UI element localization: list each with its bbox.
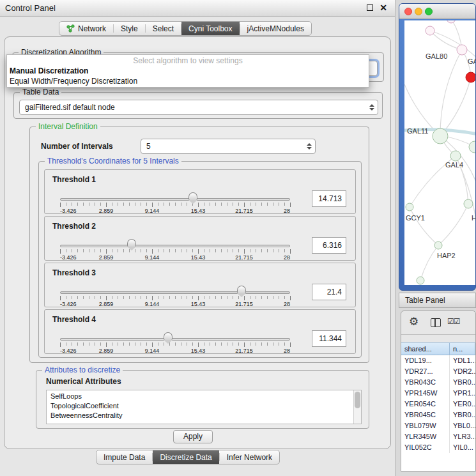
table-row[interactable]: YLR345WYLR3... [401,431,475,442]
table-cell: YPR145W [401,388,450,399]
table-rows: YDL19...YDL1...YDR27...YDR2...YBR043CYBR… [401,355,475,471]
network-node[interactable] [433,128,448,144]
tab-jactivemnodules[interactable]: jActiveMNodules [240,22,311,35]
control-panel-titlebar[interactable]: Control Panel ✕ [0,0,395,17]
table-row[interactable]: YIL052CYIL0... [401,442,475,453]
slider-thumb[interactable] [237,286,246,293]
attributes-items: SelfLoopsTopologicalCoefficientBetweenne… [47,390,361,420]
attribute-item[interactable]: SelfLoops [47,392,361,401]
tick-label: 15.43 [191,208,206,214]
network-node[interactable] [469,141,475,153]
tick-label: -3.426 [60,301,77,307]
table-row[interactable]: YBR043CYBR0... [401,377,475,388]
close-icon[interactable]: ✕ [380,4,387,11]
network-node-label: HAP2 [437,252,456,259]
network-node-label: GCY1 [406,214,425,222]
attributes-scrollbar[interactable] [353,390,361,424]
tick-label: 28 [284,348,290,354]
threshold-label: Threshold 4 [52,315,96,324]
stepper-icon[interactable] [307,143,312,150]
attributes-listbox[interactable]: SelfLoopsTopologicalCoefficientBetweenne… [46,390,362,424]
tick-label: 21.715 [235,208,253,214]
table-row[interactable]: YDR27...YDR2... [401,366,475,377]
tab-select[interactable]: Select [146,22,181,35]
apply-button[interactable]: Apply [173,430,213,443]
attribute-item[interactable]: TopologicalCoefficient [47,401,361,411]
algorithm-options: Manual DiscretizationEqual Width/Frequen… [10,66,366,86]
algorithm-dropdown-popup: Select algorithm to view settings Manual… [6,54,369,88]
column-header[interactable]: shared... [401,342,450,355]
tab-impute-data[interactable]: Impute Data [96,450,152,464]
table-row[interactable]: YPR145WYPR1... [401,388,475,399]
tick-label: 9.144 [145,348,160,354]
table-cell: YDR2... [450,366,475,377]
threshold-slider[interactable]: -3.4262.8599.14415.4321.71528 [60,333,290,353]
gear-icon[interactable]: ⚙ [409,315,418,328]
threshold-value[interactable]: 6.316 [312,237,346,254]
table-panel-header[interactable]: Table Panel [399,293,476,308]
table-cell: YDL1... [450,355,475,366]
slider-track[interactable] [60,338,290,341]
table-cell: YBR045C [401,410,450,420]
float-window-icon[interactable] [367,4,373,11]
tick-label: 21.715 [235,301,253,307]
attribute-item[interactable]: BetweennessCentrality [47,411,361,420]
checkbox-icons[interactable]: ☑☑ [447,317,460,326]
slider-track[interactable] [60,291,290,294]
network-node[interactable] [450,151,461,161]
column-header[interactable]: n... [450,342,475,355]
threshold-value[interactable]: 11.344 [312,330,346,347]
zoom-traffic-light[interactable] [425,8,433,15]
table-row[interactable]: YBR045CYBR0... [401,410,475,420]
network-edge [430,31,462,50]
algorithm-option[interactable]: Equal Width/Frequency Discretization [10,76,366,86]
network-edge [438,204,468,245]
slider-thumb[interactable] [127,239,136,247]
minimize-traffic-light[interactable] [415,8,422,15]
columns-icon[interactable] [431,318,441,327]
algorithm-option[interactable]: Manual Discretization [10,66,366,76]
network-node[interactable] [417,277,424,284]
threshold-value[interactable]: 21.4 [312,284,346,300]
tab-network[interactable]: Network [59,22,113,35]
interval-definition-group: Interval Definition Number of Intervals … [29,127,369,363]
number-of-intervals-combobox[interactable]: 5 [141,139,316,154]
network-node[interactable] [406,203,413,211]
slider-ticks [60,203,290,206]
cyni-toolbox-panel: Discretization Algorithm Table Data galF… [4,36,391,449]
tab-discretize-data[interactable]: Discretize Data [153,450,219,464]
network-node-label: GAL4 [445,161,463,169]
network-canvas[interactable]: GAL80GAGAL11GAL4GCY1HHAP2 [404,20,475,285]
network-view-titlebar[interactable] [399,4,475,19]
network-node[interactable] [457,45,467,55]
network-node[interactable] [466,72,475,82]
interval-definition-label: Interval Definition [36,122,100,131]
threshold-slider[interactable]: -3.4262.8599.14415.4321.71528 [60,193,290,213]
slider-thumb[interactable] [164,332,173,340]
network-node[interactable] [434,242,442,249]
threshold-slider[interactable]: -3.4262.8599.14415.4321.71528 [60,240,290,260]
slider-tick-labels: -3.4262.8599.14415.4321.71528 [60,208,290,214]
table-data-combobox[interactable]: galFiltered.sif default node [19,100,378,115]
table-row[interactable]: YDL19...YDL1... [401,355,475,366]
tab-infer-network[interactable]: Infer Network [220,450,279,464]
slider-track[interactable] [60,245,290,247]
tab-label: jActiveMNodules [247,24,304,33]
tab-style[interactable]: Style [114,22,145,35]
table-row[interactable]: YER054CYER0... [401,399,475,410]
bottom-tab-bar: Impute DataDiscretize DataInfer Network [96,450,280,464]
table-cell: YBL0... [450,420,475,431]
threshold-value[interactable]: 14.713 [312,190,346,207]
slider-track[interactable] [60,198,290,201]
scrollbar-thumb[interactable] [355,392,360,408]
network-node[interactable] [426,26,434,35]
close-traffic-light[interactable] [404,8,412,15]
network-node[interactable] [464,199,473,208]
table-row[interactable]: YBL079WYBL0... [401,420,475,431]
tab-cyni-toolbox[interactable]: Cyni Toolbox [181,22,239,35]
slider-thumb[interactable] [188,192,197,200]
network-node[interactable] [447,20,456,23]
threshold-slider[interactable]: -3.4262.8599.14415.4321.71528 [60,286,290,307]
stepper-icon[interactable] [369,104,374,111]
tick-label: 9.144 [145,254,160,261]
